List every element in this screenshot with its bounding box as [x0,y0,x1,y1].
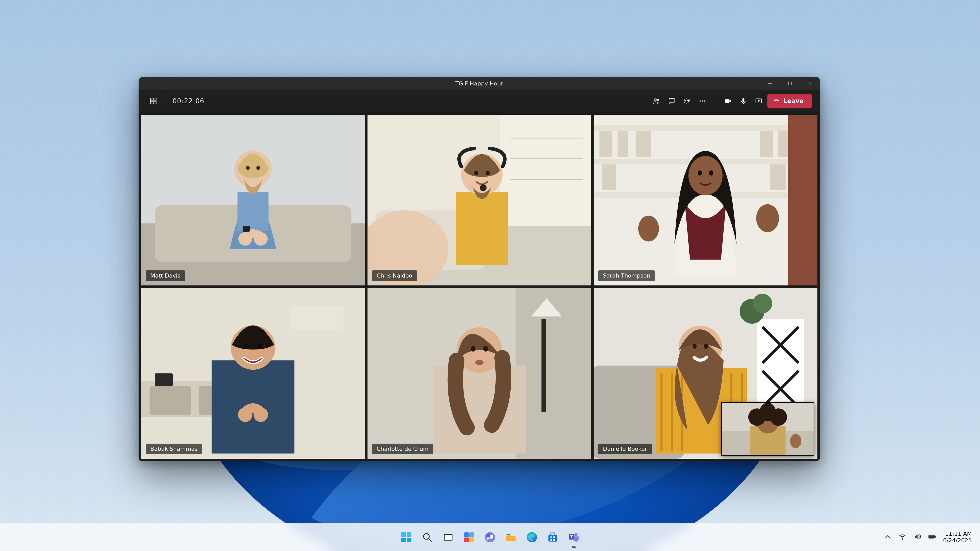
svg-rect-118 [464,537,469,542]
self-view[interactable] [721,402,815,456]
more-actions-button[interactable] [696,94,709,108]
battery-icon[interactable] [928,533,936,541]
gallery-layout-button[interactable] [147,94,160,108]
svg-point-106 [790,434,801,448]
system-tray: 11:11 AM 6/24/2021 [884,530,972,544]
svg-point-105 [760,403,775,418]
participants-button[interactable] [650,94,663,108]
file-explorer-button[interactable] [503,529,519,545]
svg-point-71 [238,407,253,422]
participant-tile[interactable]: Sarah Thompson [593,115,818,286]
svg-point-41 [474,171,478,175]
search-button[interactable] [419,529,435,545]
svg-rect-110 [407,538,411,542]
volume-icon[interactable] [913,533,921,541]
svg-line-112 [429,539,431,541]
participant-tile[interactable]: Babak Shammas [141,288,365,459]
svg-rect-63 [150,386,191,415]
svg-rect-48 [600,131,612,157]
svg-point-14 [700,100,701,102]
svg-rect-128 [553,537,555,538]
svg-rect-130 [553,539,555,541]
svg-point-58 [709,170,713,176]
svg-point-15 [702,100,703,102]
svg-rect-8 [154,101,156,104]
svg-rect-18 [743,98,745,102]
svg-text:T: T [570,535,573,539]
svg-rect-34 [500,115,591,226]
close-button[interactable] [800,77,820,90]
wifi-icon[interactable] [899,533,906,541]
svg-point-98 [704,344,708,349]
svg-point-80 [475,360,484,365]
svg-point-29 [254,232,267,246]
participant-nameplate: Matt Davis [146,270,185,281]
svg-rect-55 [788,115,818,286]
svg-rect-119 [469,537,474,542]
leave-button[interactable]: Leave [767,94,812,108]
svg-point-27 [256,166,260,170]
svg-rect-30 [243,226,250,232]
svg-rect-114 [445,535,452,540]
svg-rect-137 [929,536,934,538]
svg-point-60 [638,216,659,241]
maximize-button[interactable] [780,77,800,90]
minimize-button[interactable] [760,77,780,90]
microphone-toggle-button[interactable] [737,94,750,108]
svg-point-59 [756,204,779,232]
svg-point-26 [246,166,250,170]
svg-point-133 [574,533,578,536]
chat-button[interactable] [482,529,498,545]
chat-button[interactable] [665,94,678,108]
svg-rect-66 [289,306,344,329]
svg-rect-76 [433,365,526,454]
meeting-toolbar: 00:22:06 Leave [138,90,820,112]
participant-tile[interactable]: Charlotte de Crum [368,288,591,459]
svg-point-11 [684,99,689,103]
svg-rect-117 [469,532,474,537]
svg-point-56 [689,156,723,195]
svg-rect-6 [154,98,156,101]
taskbar: T 11:11 AM 6/24/2021 [0,523,980,551]
svg-rect-127 [550,537,552,538]
edge-button[interactable] [524,529,540,545]
svg-rect-52 [778,131,790,157]
video-grid: Matt Davis Chris Naidoo [138,112,820,461]
widgets-button[interactable] [461,529,477,545]
svg-rect-54 [770,165,786,190]
svg-rect-65 [155,373,173,386]
svg-point-89 [752,294,772,313]
svg-point-42 [485,171,490,175]
participant-tile[interactable]: Chris Naidoo [368,115,591,286]
task-view-button[interactable] [440,529,456,545]
window-titlebar[interactable]: TGIF Happy Hour [138,77,820,90]
clock-date: 6/24/2021 [943,537,972,544]
hangup-icon [773,97,780,105]
start-button[interactable] [398,529,414,545]
svg-point-134 [902,538,903,540]
window-controls [760,77,820,90]
tray-overflow-button[interactable] [884,533,891,541]
microsoft-store-button[interactable] [545,529,561,545]
svg-point-78 [471,346,476,351]
svg-rect-51 [760,131,773,157]
svg-rect-107 [401,532,406,537]
svg-rect-49 [617,131,628,157]
svg-point-43 [480,184,487,191]
svg-point-79 [483,346,488,351]
camera-toggle-button[interactable] [721,94,735,108]
teams-button[interactable]: T [566,529,582,545]
participant-tile[interactable]: Matt Davis [141,115,365,286]
reactions-button[interactable] [680,94,694,108]
taskbar-clock[interactable]: 11:11 AM 6/24/2021 [943,530,972,544]
share-screen-button[interactable] [752,94,765,108]
svg-point-10 [657,99,659,101]
svg-rect-53 [602,165,616,190]
svg-rect-24 [238,192,269,231]
svg-rect-17 [725,99,729,103]
svg-rect-75 [541,319,546,412]
svg-point-72 [253,407,268,422]
svg-rect-116 [464,532,469,537]
svg-point-12 [686,100,686,101]
svg-point-13 [687,100,687,101]
